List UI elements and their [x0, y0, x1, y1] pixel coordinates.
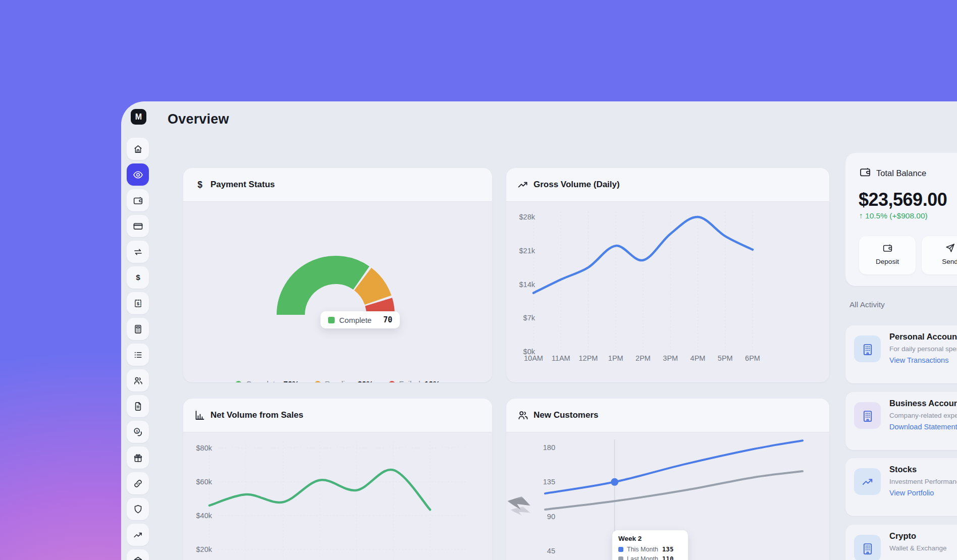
tooltip-title: Week 2 [618, 535, 682, 542]
legend-value: 70% [284, 379, 299, 382]
gift-icon [133, 453, 143, 463]
activity-subtitle: Company-related expenses [889, 412, 957, 419]
legend-label: Failed [399, 379, 420, 382]
gauge-chart [183, 201, 492, 382]
activity-subtitle: Wallet & Exchange [889, 544, 947, 552]
sidebar-item-bank[interactable] [127, 549, 149, 560]
transfer-icon [133, 247, 143, 257]
payment-status-chart[interactable]: Complete 70 Complete70%Pending20%Failed1… [183, 201, 492, 382]
legend-label: Complete [246, 379, 279, 382]
sidebar-item-home[interactable] [127, 138, 149, 160]
legend-item-complete: Complete70% [235, 379, 299, 382]
activity-card-stocks[interactable]: StocksInvestment PerformanceView Portfol… [845, 458, 957, 516]
axis-tick-label: 11AM [552, 354, 570, 362]
series-value: 110 [662, 555, 674, 560]
activity-link[interactable]: Download Statements [889, 423, 957, 431]
net-volume-header: Net Volume from Sales [183, 399, 492, 432]
activity-subtitle: For daily personal spending [889, 345, 957, 353]
sidebar-item-lists[interactable] [127, 344, 149, 366]
building-icon [854, 335, 881, 362]
home-icon [133, 144, 143, 154]
sidebar-item-transfers[interactable] [127, 241, 149, 263]
deposit-button[interactable]: Deposit [859, 236, 916, 274]
activity-card-business-account[interactable]: Business AccountCompany-related expenses… [845, 392, 957, 450]
gauge-legend: Complete70%Pending20%Failed10% [183, 379, 492, 382]
axis-tick-label: $14k [512, 281, 535, 289]
card-title: Gross Volume (Daily) [534, 180, 620, 190]
sidebar-item-overview[interactable] [127, 163, 149, 186]
week-tooltip: Week 2 This Month135Last Month110 [612, 530, 688, 560]
sidebar-item-security[interactable] [127, 498, 149, 520]
series-swatch [618, 547, 623, 552]
sidebar-item-rewards[interactable] [127, 446, 149, 469]
sidebar-item-wallet[interactable] [127, 189, 149, 211]
legend-dot [389, 381, 395, 383]
card-title: New Customers [534, 410, 598, 420]
card-title: Payment Status [210, 180, 275, 190]
svg-text:$: $ [136, 301, 139, 306]
axis-tick-label: 90 [532, 513, 555, 521]
sidebar-item-cards[interactable] [127, 215, 149, 237]
wallet-icon [859, 166, 871, 180]
activity-card-personal-account[interactable]: Personal AccountFor daily personal spend… [845, 325, 957, 383]
axis-tick-label: 3PM [663, 354, 678, 362]
app-logo[interactable]: M [131, 109, 146, 125]
gross-volume-card: Gross Volume (Daily) 10AM11AM12PM1PM2PM3… [506, 168, 829, 382]
activity-title: Personal Account [889, 332, 957, 342]
sidebar-item-customers[interactable] [127, 369, 149, 391]
activity-title: Stocks [889, 465, 917, 474]
svg-text:1: 1 [136, 428, 138, 433]
axis-tick-label: 135 [532, 478, 555, 486]
net-volume-card: Net Volume from Sales $80k$60k$40k$20k [183, 399, 492, 560]
dashboard-screen: { "app": { "logo_letter": "M", "page_tit… [0, 0, 957, 560]
legend-value: 20% [357, 379, 373, 382]
dollar-icon: $ [133, 272, 143, 283]
users-icon [133, 375, 143, 386]
sidebar-item-calculator[interactable] [127, 318, 149, 340]
bar-chart-icon [194, 409, 206, 421]
deposit-label: Deposit [859, 258, 916, 265]
dashboard-panel: M Overview $$1 $ Payment Status Complete… [121, 101, 957, 560]
sidebar-item-documents[interactable] [127, 395, 149, 417]
axis-tick-label: $20k [189, 545, 212, 553]
new-customers-chart[interactable]: Week 2 This Month135Last Month110 180135… [506, 432, 829, 560]
card-title: Net Volume from Sales [210, 410, 303, 420]
line-chart [183, 432, 492, 560]
axis-tick-label: 1PM [608, 354, 623, 362]
shield-icon [133, 504, 143, 515]
users-icon [517, 409, 529, 421]
sidebar-item-invoices[interactable]: $ [127, 292, 149, 314]
activity-card-crypto[interactable]: CryptoWallet & Exchange [845, 525, 957, 560]
eye-icon [133, 170, 143, 180]
legend-item-failed: Failed10% [389, 379, 440, 382]
building-icon [854, 402, 881, 429]
axis-tick-label: $28k [512, 213, 535, 221]
sidebar-item-links[interactable] [127, 472, 149, 494]
axis-tick-label: $80k [189, 444, 212, 452]
sidebar-item-payments[interactable]: $ [127, 266, 149, 289]
all-activity-heading: All Activity [849, 300, 885, 309]
tooltip-value: 70 [383, 315, 392, 324]
tooltip-row: Last Month110 [618, 555, 682, 560]
gross-volume-header: Gross Volume (Daily) [506, 168, 829, 202]
net-volume-chart[interactable]: $80k$60k$40k$20k [183, 432, 492, 560]
activity-link[interactable]: View Portfolio [889, 489, 934, 497]
link-icon [133, 478, 143, 489]
legend-label: Pending [325, 379, 354, 382]
gross-volume-chart[interactable]: 10AM11AM12PM1PM2PM3PM4PM5PM6PM$28k$21k$1… [506, 201, 829, 382]
axis-tick-label: 45 [532, 547, 555, 555]
calculator-icon [133, 324, 143, 334]
wallet-icon [133, 195, 143, 206]
sidebar-item-coins[interactable]: 1 [127, 421, 149, 443]
axis-tick-label: $0k [512, 348, 535, 356]
send-button[interactable]: Send [922, 236, 957, 274]
coins-icon: 1 [133, 427, 143, 437]
dollar-icon: $ [194, 179, 206, 191]
axis-tick-label: $60k [189, 478, 212, 486]
axis-tick-label: 12PM [579, 354, 598, 362]
payment-status-card: $ Payment Status Complete 70 Complete70%… [183, 168, 492, 382]
sidebar-item-analytics[interactable] [127, 524, 149, 546]
trend-icon [517, 179, 529, 191]
axis-tick-label: $40k [189, 512, 212, 520]
activity-link[interactable]: View Transactions [889, 356, 948, 364]
